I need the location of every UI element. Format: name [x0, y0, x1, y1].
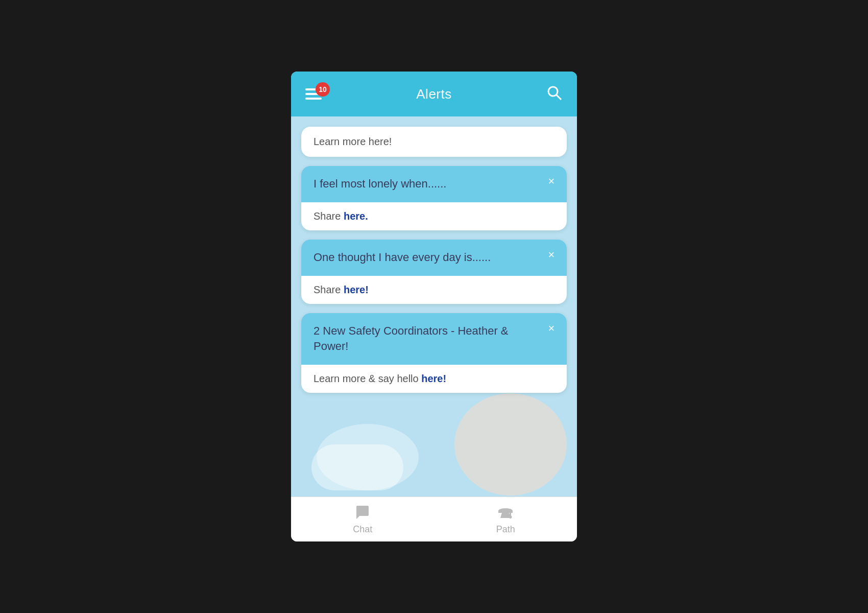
card-body-text: Learn more — [314, 136, 369, 147]
bottom-navigation: Chat Path — [291, 497, 577, 541]
close-button-safety[interactable]: × — [544, 321, 559, 336]
card-header-safety: 2 New Safety Coordinators - Heather & Po… — [301, 313, 567, 365]
search-button[interactable] — [546, 85, 563, 103]
nav-item-path[interactable]: Path — [496, 504, 515, 535]
close-button-thought[interactable]: × — [544, 248, 559, 262]
card-title-thought: One thought I have every day is...... — [314, 250, 541, 266]
svg-rect-4 — [510, 509, 511, 516]
phone-frame: 10 Alerts Learn more here! I feel most l… — [291, 72, 577, 541]
card-body-safety: Learn more & say hello here! — [301, 365, 567, 393]
header: 10 Alerts — [291, 72, 577, 116]
card-body-prefix-thought: Share — [314, 284, 344, 295]
search-icon — [546, 85, 563, 101]
svg-line-1 — [557, 95, 561, 100]
menu-button[interactable]: 10 — [305, 88, 322, 100]
card-title-safety: 2 New Safety Coordinators - Heather & Po… — [314, 323, 541, 355]
card-header-lonely: I feel most lonely when...... × — [301, 166, 567, 202]
svg-point-0 — [548, 87, 558, 96]
chat-label: Chat — [353, 524, 372, 535]
alert-card-thought: One thought I have every day is...... × … — [301, 240, 567, 304]
alert-card-safety: 2 New Safety Coordinators - Heather & Po… — [301, 313, 567, 393]
chat-icon — [353, 504, 372, 522]
card-title-lonely: I feel most lonely when...... — [314, 176, 541, 192]
alert-card-lonely: I feel most lonely when...... × Share he… — [301, 166, 567, 230]
card-header-thought: One thought I have every day is...... × — [301, 240, 567, 276]
page-title: Alerts — [416, 86, 451, 102]
learn-more-link[interactable]: here! — [369, 136, 392, 147]
share-link-thought[interactable]: here! — [344, 284, 369, 295]
alert-card-learn-more: Learn more here! — [301, 127, 567, 157]
close-button-lonely[interactable]: × — [544, 174, 559, 188]
learn-more-safety-link[interactable]: here! — [421, 373, 446, 384]
menu-line-3 — [305, 98, 322, 100]
nav-item-chat[interactable]: Chat — [353, 504, 372, 535]
alerts-scroll-area: Learn more here! I feel most lonely when… — [291, 116, 577, 497]
notification-badge: 10 — [316, 82, 330, 97]
path-icon — [496, 504, 515, 522]
card-body-thought: Share here! — [301, 276, 567, 304]
svg-point-5 — [509, 515, 512, 518]
path-label: Path — [496, 524, 515, 535]
card-body-prefix-lonely: Share — [314, 210, 344, 222]
card-body-lonely: Share here. — [301, 202, 567, 230]
card-body-prefix-safety: Learn more & say hello — [314, 373, 421, 384]
share-link-lonely[interactable]: here. — [344, 210, 368, 222]
